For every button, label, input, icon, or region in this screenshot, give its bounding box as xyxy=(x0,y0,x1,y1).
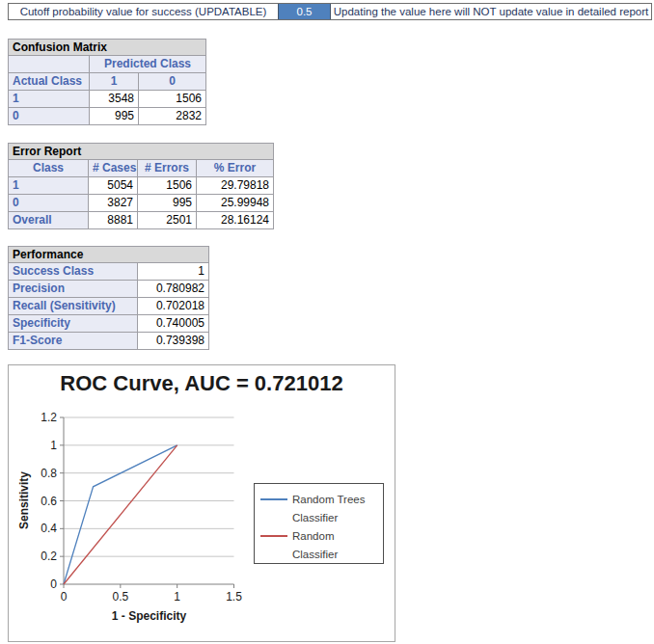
perf-label-precision: Precision xyxy=(9,281,138,298)
cm-cell-fp: 995 xyxy=(90,108,139,125)
table-row: Overall 8881 2501 28.16124 xyxy=(9,212,274,229)
y-tick-label: 0.4 xyxy=(41,522,57,535)
table-row: Confusion Matrix xyxy=(9,40,206,56)
empty-corner-cell xyxy=(9,56,90,73)
confusion-matrix-title: Confusion Matrix xyxy=(9,40,206,56)
x-axis-label: 1 - Specificity xyxy=(64,609,234,623)
predicted-class-header: Predicted Class xyxy=(90,56,206,73)
table-row: 0 995 2832 xyxy=(9,108,206,125)
er-cell: 28.16124 xyxy=(197,212,274,229)
predicted-col-0: 0 xyxy=(139,73,206,91)
perf-value-success-class: 1 xyxy=(138,263,209,281)
series-line-1 xyxy=(64,445,177,584)
table-row: 1 3548 1506 xyxy=(9,91,206,108)
col-header-class: Class xyxy=(9,160,89,177)
legend-entry: Random Classifier xyxy=(260,527,381,564)
predicted-col-1: 1 xyxy=(90,73,139,91)
y-tick-label: 0.2 xyxy=(41,550,57,563)
table-row: Precision 0.780982 xyxy=(9,281,209,298)
er-cell: 8881 xyxy=(89,212,138,229)
roc-chart: 00.20.40.60.811.200.511.5 ROC Curve, AUC… xyxy=(8,364,395,642)
actual-row-label: 0 xyxy=(9,108,90,125)
legend-line-sample-red xyxy=(260,535,287,537)
er-cell: 5054 xyxy=(89,177,138,195)
er-row-label: 0 xyxy=(9,195,89,212)
y-axis-label: Sensitivity xyxy=(17,471,31,529)
legend-label: Random Trees Classifier xyxy=(292,491,381,527)
cutoff-value-input[interactable]: 0.5 xyxy=(278,4,331,19)
er-cell: 25.99948 xyxy=(197,195,274,212)
actual-class-header: Actual Class xyxy=(9,73,90,91)
col-header-errors: # Errors xyxy=(138,160,197,177)
table-row: Recall (Sensitivity) 0.702018 xyxy=(9,298,209,315)
er-cell: 3827 xyxy=(89,195,138,212)
legend-label: Random Classifier xyxy=(292,527,381,564)
col-header-cases: # Cases xyxy=(89,160,138,177)
er-cell: 995 xyxy=(138,195,197,212)
legend-line-sample-blue xyxy=(260,498,287,500)
col-header-pct-error: % Error xyxy=(197,160,274,177)
actual-row-label: 1 xyxy=(9,91,90,108)
error-report-title: Error Report xyxy=(9,144,274,160)
y-tick-label: 0.8 xyxy=(41,467,57,480)
performance-table: Performance Success Class 1 Precision 0.… xyxy=(8,246,209,350)
er-cell: 2501 xyxy=(138,212,197,229)
table-row: Success Class 1 xyxy=(9,263,209,281)
x-tick-label: 0.5 xyxy=(112,590,128,604)
table-row: 1 5054 1506 29.79818 xyxy=(9,177,274,195)
cm-cell-tn: 2832 xyxy=(139,108,206,125)
perf-value-f1-score: 0.739398 xyxy=(138,333,209,350)
perf-label-specificity: Specificity xyxy=(9,315,138,333)
x-tick-label: 1.5 xyxy=(226,590,242,604)
confusion-matrix-table: Confusion Matrix Predicted Class Actual … xyxy=(8,39,206,125)
cutoff-bar: Cutoff probability value for success (UP… xyxy=(8,3,652,20)
table-row: Class # Cases # Errors % Error xyxy=(9,160,274,177)
table-row: Specificity 0.740005 xyxy=(9,315,209,333)
performance-title: Performance xyxy=(9,247,209,263)
y-tick-label: 0.6 xyxy=(41,495,57,508)
series-line-0 xyxy=(64,445,177,584)
er-cell: 29.79818 xyxy=(197,177,274,195)
cm-cell-fn: 1506 xyxy=(139,91,206,108)
perf-value-precision: 0.780982 xyxy=(138,281,209,298)
x-tick-label: 1 xyxy=(174,590,180,604)
er-row-label: Overall xyxy=(9,212,89,229)
y-tick-label: 0 xyxy=(50,577,57,591)
chart-legend: Random Trees Classifier Random Classifie… xyxy=(254,483,384,564)
table-row: Actual Class 1 0 xyxy=(9,73,206,91)
table-row: Performance xyxy=(9,247,209,263)
table-row: Error Report xyxy=(9,144,274,160)
er-row-label: 1 xyxy=(9,177,89,195)
x-tick-label: 0 xyxy=(61,590,68,604)
cutoff-label: Cutoff probability value for success (UP… xyxy=(9,4,278,19)
cm-cell-tp: 3548 xyxy=(90,91,139,108)
perf-label-f1-score: F1-Score xyxy=(9,333,138,350)
y-tick-label: 1 xyxy=(50,439,57,452)
y-tick-label: 1.2 xyxy=(41,411,57,424)
perf-value-recall: 0.702018 xyxy=(138,298,209,315)
error-report-table: Error Report Class # Cases # Errors % Er… xyxy=(8,143,274,229)
table-row: 0 3827 995 25.99948 xyxy=(9,195,274,212)
perf-value-specificity: 0.740005 xyxy=(138,315,209,333)
legend-entry: Random Trees Classifier xyxy=(260,491,381,527)
cutoff-note: Updating the value here will NOT update … xyxy=(331,4,651,19)
chart-title: ROC Curve, AUC = 0.721012 xyxy=(9,371,395,396)
er-cell: 1506 xyxy=(138,177,197,195)
perf-label-recall: Recall (Sensitivity) xyxy=(9,298,138,315)
table-row: Predicted Class xyxy=(9,56,206,73)
perf-label-success-class: Success Class xyxy=(9,263,138,281)
table-row: F1-Score 0.739398 xyxy=(9,333,209,350)
